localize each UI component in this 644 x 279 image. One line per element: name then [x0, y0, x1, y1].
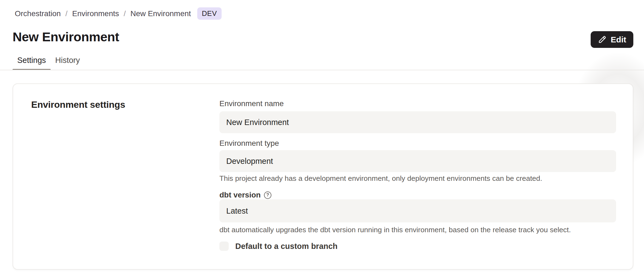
question-mark-circle-icon[interactable]: ?	[264, 191, 271, 199]
card-heading: Environment settings	[31, 99, 125, 110]
dbt-version-label: dbt version	[219, 191, 261, 199]
dbt-version-helper-text: dbt automatically upgrades the dbt versi…	[219, 226, 616, 234]
breadcrumb: Orchestration / Environments / New Envir…	[15, 7, 222, 20]
pencil-icon	[598, 35, 607, 44]
custom-branch-checkbox[interactable]	[219, 242, 229, 251]
environment-type-label: Environment type	[219, 139, 616, 148]
tab-bar: Settings History	[13, 54, 85, 70]
environment-name-input[interactable]	[219, 111, 616, 133]
dbt-version-input[interactable]	[219, 199, 616, 222]
tab-divider	[0, 70, 644, 70]
breadcrumb-new-environment[interactable]: New Environment	[130, 9, 191, 18]
custom-branch-label: Default to a custom branch	[235, 242, 338, 251]
environment-settings-form: Environment name Environment type This p…	[219, 84, 616, 269]
tab-settings[interactable]: Settings	[13, 54, 51, 70]
breadcrumb-separator: /	[65, 9, 68, 18]
page: Orchestration / Environments / New Envir…	[0, 0, 644, 279]
environment-name-label: Environment name	[219, 99, 616, 108]
custom-branch-row: Default to a custom branch	[219, 242, 616, 251]
edit-button[interactable]: Edit	[591, 31, 633, 48]
environment-settings-card: Environment settings Environment name En…	[13, 83, 633, 270]
edit-button-label: Edit	[611, 35, 626, 44]
environment-type-helper-text: This project already has a development e…	[219, 174, 616, 183]
breadcrumb-separator: /	[124, 9, 126, 18]
page-title: New Environment	[13, 29, 119, 44]
tab-history[interactable]: History	[51, 54, 85, 70]
environment-type-input[interactable]	[219, 150, 616, 172]
environment-dev-badge: DEV	[197, 7, 222, 20]
breadcrumb-environments[interactable]: Environments	[72, 9, 119, 18]
breadcrumb-orchestration[interactable]: Orchestration	[15, 9, 61, 18]
